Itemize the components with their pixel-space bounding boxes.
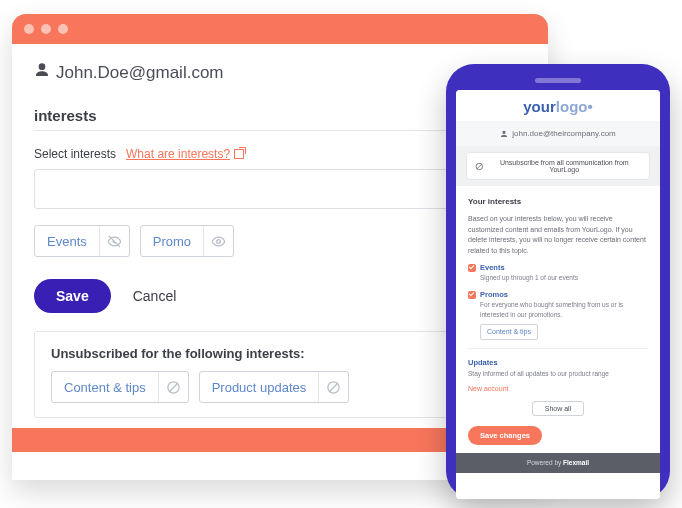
new-account-link[interactable]: New account xyxy=(468,384,648,395)
svg-point-0 xyxy=(217,239,221,243)
logo-dot: • xyxy=(587,98,592,115)
phone-email-text: john.doe@theircompany.com xyxy=(512,129,616,138)
interest-title: Updates xyxy=(468,357,498,368)
brand-logo: yourlogo• xyxy=(466,98,650,115)
phone-speaker xyxy=(535,78,581,83)
blocked-icon xyxy=(475,162,484,171)
logo-part-b: logo xyxy=(556,98,588,115)
cancel-button[interactable]: Cancel xyxy=(133,288,177,304)
phone-header-card: yourlogo• xyxy=(456,90,660,121)
show-all-button[interactable]: Show all xyxy=(532,401,584,416)
powered-by-footer: Powered by Flexmail xyxy=(456,453,660,473)
person-icon xyxy=(34,62,50,83)
chip-label: Product updates xyxy=(200,374,319,401)
logo-part-a: your xyxy=(523,98,556,115)
phone-screen: yourlogo• john.doe@theircompany.com Unsu… xyxy=(456,90,660,499)
user-email: John.Doe@gmail.com xyxy=(56,63,224,83)
eye-off-icon[interactable] xyxy=(99,226,129,256)
phone-frame: yourlogo• john.doe@theircompany.com Unsu… xyxy=(446,64,670,499)
save-changes-button[interactable]: Save changes xyxy=(468,426,542,445)
checkbox-checked-icon[interactable] xyxy=(468,264,476,272)
chip-events[interactable]: Events xyxy=(34,225,130,257)
chip-promo[interactable]: Promo xyxy=(140,225,234,257)
window-control-dot[interactable] xyxy=(41,24,51,34)
interest-subtext: Signed up through 1 of our events xyxy=(480,273,648,283)
footer-brand: Flexmail xyxy=(563,459,589,466)
phone-body: Your interests Based on your interests b… xyxy=(456,186,660,499)
person-icon xyxy=(500,130,508,138)
interest-subtext: For everyone who bought something from u… xyxy=(480,300,648,320)
interest-subtext: Stay informed of all updates to our prod… xyxy=(468,369,648,379)
chip-content-tips[interactable]: Content & tips xyxy=(51,371,189,403)
window-control-dot[interactable] xyxy=(24,24,34,34)
interests-description: Based on your interests below, you will … xyxy=(468,214,648,256)
eye-icon[interactable] xyxy=(203,226,233,256)
your-interests-heading: Your interests xyxy=(468,196,648,208)
divider xyxy=(468,348,648,349)
blocked-icon[interactable] xyxy=(318,372,348,402)
save-button[interactable]: Save xyxy=(34,279,111,313)
interest-title: Events xyxy=(480,262,505,273)
help-link-text: What are interests? xyxy=(126,147,230,161)
interest-title: Promos xyxy=(480,289,508,300)
what-are-interests-link[interactable]: What are interests? xyxy=(126,147,244,161)
unsubscribe-text: Unsubscribe from all communication from … xyxy=(488,159,641,173)
chip-product-updates[interactable]: Product updates xyxy=(199,371,350,403)
interest-events[interactable]: Events Signed up through 1 of our events xyxy=(468,262,648,283)
chip-label: Promo xyxy=(141,228,203,255)
footer-text: Powered by xyxy=(527,459,563,466)
content-tips-pill[interactable]: Content & tips xyxy=(480,324,538,341)
interest-promos[interactable]: Promos For everyone who bought something… xyxy=(468,289,648,340)
interest-updates[interactable]: Updates Stay informed of all updates to … xyxy=(468,357,648,378)
chip-label: Content & tips xyxy=(52,374,158,401)
chip-label: Events xyxy=(35,228,99,255)
unsubscribed-heading: Unsubscribed for the following interests… xyxy=(51,346,509,361)
unsubscribe-all-button[interactable]: Unsubscribe from all communication from … xyxy=(466,152,650,180)
window-control-dot[interactable] xyxy=(58,24,68,34)
select-interests-label: Select interests xyxy=(34,147,116,161)
checkbox-checked-icon[interactable] xyxy=(468,291,476,299)
window-titlebar xyxy=(12,14,548,44)
external-link-icon xyxy=(234,149,244,159)
phone-email-bar: john.doe@theircompany.com xyxy=(456,121,660,146)
blocked-icon[interactable] xyxy=(158,372,188,402)
